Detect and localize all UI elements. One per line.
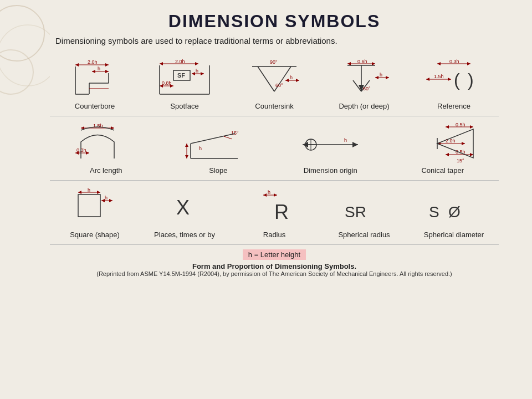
- svg-marker-108: [97, 191, 100, 194]
- spherical-radius-label: Spherical radius: [338, 231, 390, 239]
- places-times-svg: X: [151, 187, 218, 228]
- countersink-label: Countersink: [255, 102, 293, 110]
- svg-text:S: S: [429, 203, 439, 221]
- symbol-row-2: 1.5h 0.3h Arc length 15°: [50, 120, 499, 175]
- svg-marker-97: [462, 142, 465, 145]
- svg-marker-37: [296, 79, 299, 82]
- svg-text:h: h: [268, 190, 270, 195]
- counterbore-svg: 2.0h h: [59, 58, 131, 100]
- spherical-radius-svg: SR: [331, 187, 397, 228]
- symbol-row-1: 2.0h h Counterbore: [50, 55, 499, 110]
- svg-marker-48: [375, 76, 378, 79]
- svg-marker-49: [386, 76, 389, 79]
- svg-marker-8: [92, 70, 95, 73]
- reference-label: Reference: [437, 102, 470, 110]
- spherical-diameter-svg: S Ø: [421, 187, 487, 228]
- svg-text:60°: 60°: [363, 86, 371, 91]
- divider-2: [50, 180, 499, 181]
- symbol-conical-taper: 0.5h 2.0h 0.5h 15°: [398, 120, 487, 175]
- footer-bold-text: Form and Proportion of Dimensioning Symb…: [50, 262, 499, 270]
- svg-text:0.3h: 0.3h: [449, 59, 459, 64]
- symbol-square: h h Square (shape): [50, 184, 139, 239]
- square-figure: h h: [62, 184, 128, 228]
- page-title: DIMENSION SYMBOLS: [50, 11, 499, 32]
- svg-text:h: h: [88, 187, 90, 193]
- symbol-spotface: 2.0h SF h 0.8h: [140, 55, 229, 110]
- depth-figure: 0.6h h 60°: [331, 55, 397, 100]
- reference-figure: 0.3h 1.5h ( ): [421, 55, 487, 100]
- svg-marker-107: [78, 191, 81, 194]
- svg-marker-93: [470, 125, 473, 129]
- countersink-figure: 90° h 60°: [241, 55, 308, 100]
- svg-text:SR: SR: [345, 203, 366, 221]
- footer-highlight-text: h = Letter height: [243, 249, 306, 260]
- svg-text:2.0h: 2.0h: [88, 59, 98, 65]
- symbol-slope: 15° h Slope: [174, 120, 263, 175]
- svg-marker-100: [446, 153, 449, 156]
- svg-marker-19: [195, 62, 198, 65]
- svg-line-80: [224, 136, 232, 139]
- slope-svg: 15° h: [182, 122, 254, 164]
- svg-text:R: R: [274, 201, 289, 223]
- main-content: DIMENSION SYMBOLS Dimensioning symbols a…: [0, 0, 532, 399]
- svg-marker-58: [437, 62, 441, 65]
- symbol-radius: h R Radius: [230, 184, 319, 239]
- counterbore-label: Counterbore: [75, 102, 115, 110]
- dimension-origin-svg: h: [294, 122, 366, 164]
- dimension-origin-figure: h: [294, 120, 366, 164]
- spotface-svg: 2.0h SF h 0.8h: [149, 58, 221, 100]
- svg-text:2.0h: 2.0h: [446, 138, 456, 144]
- svg-marker-45: [372, 62, 375, 65]
- svg-marker-24: [192, 72, 195, 75]
- symbol-spherical-diameter: S Ø Spherical diameter: [410, 184, 498, 239]
- svg-marker-9: [105, 70, 109, 73]
- svg-text:0.3h: 0.3h: [76, 147, 86, 153]
- svg-text:h: h: [105, 195, 108, 201]
- svg-text:0.6h: 0.6h: [357, 59, 367, 64]
- counterbore-figure: 2.0h h: [59, 55, 131, 100]
- svg-line-39: [258, 66, 274, 91]
- conical-taper-svg: 0.5h 2.0h 0.5h 15°: [401, 122, 484, 164]
- footer-highlight: h = Letter height: [50, 249, 499, 262]
- arc-length-label: Arc length: [90, 166, 122, 175]
- svg-text:h: h: [98, 66, 100, 71]
- page-subtitle: Dimensioning symbols are used to replace…: [55, 36, 499, 45]
- dimension-origin-label: Dimension origin: [304, 166, 357, 175]
- svg-text:h: h: [290, 75, 293, 80]
- svg-marker-92: [446, 125, 449, 129]
- svg-text:2.0h: 2.0h: [175, 59, 185, 64]
- countersink-svg: 90° h 60°: [241, 58, 308, 100]
- svg-marker-88: [352, 142, 358, 147]
- svg-marker-117: [263, 193, 267, 197]
- divider-3: [50, 244, 499, 245]
- svg-text:h: h: [199, 146, 202, 151]
- symbol-depth: 0.6h h 60° Depth (or deep): [320, 55, 408, 110]
- svg-line-79: [191, 134, 235, 144]
- svg-marker-112: [109, 199, 112, 202]
- radius-label: Radius: [263, 231, 285, 239]
- conical-taper-label: Conical taper: [421, 166, 464, 175]
- svg-marker-5: [105, 63, 109, 66]
- svg-marker-63: [448, 78, 451, 81]
- svg-rect-114: [78, 195, 100, 217]
- svg-text:X: X: [176, 196, 190, 219]
- arc-length-svg: 1.5h 0.3h: [70, 122, 142, 164]
- spherical-diameter-figure: S Ø: [421, 184, 487, 228]
- depth-svg: 0.6h h 60°: [331, 58, 397, 100]
- svg-text:1.5h: 1.5h: [434, 74, 444, 79]
- svg-text:60°: 60°: [275, 83, 283, 88]
- svg-text:0.5h: 0.5h: [456, 122, 466, 127]
- places-times-figure: X: [151, 184, 218, 228]
- symbol-countersink: 90° h 60° Countersink: [230, 55, 319, 110]
- svg-text:0.8h: 0.8h: [162, 80, 172, 86]
- arc-length-figure: 1.5h 0.3h: [70, 120, 142, 164]
- depth-label: Depth (or deep): [339, 102, 389, 110]
- places-times-label: Places, times or by: [154, 231, 215, 239]
- svg-marker-4: [75, 63, 79, 66]
- divider-1: [50, 116, 499, 116]
- square-label: Square (shape): [70, 231, 120, 239]
- symbol-row-3: h h Square (shape) X Places, times or: [50, 184, 499, 239]
- svg-marker-59: [467, 62, 470, 65]
- svg-text:h: h: [344, 137, 347, 143]
- radius-svg: h R: [241, 187, 308, 228]
